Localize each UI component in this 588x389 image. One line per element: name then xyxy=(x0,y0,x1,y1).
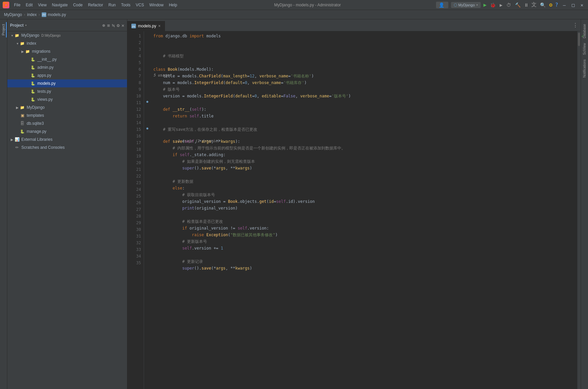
run-button[interactable]: ▶ xyxy=(483,2,487,8)
tree-item-migrations[interactable]: ▶ 📁 migrations xyxy=(7,47,127,55)
tree-item-apps[interactable]: 🐍 apps.py xyxy=(7,71,127,79)
app-logo xyxy=(3,2,9,8)
line-numbers: 1 2 3 4 5 6 7 8 9 10 11 12 13 14 15 16 1… xyxy=(127,31,144,389)
sidebar-notifications[interactable]: Notifications xyxy=(582,57,587,79)
profile-icon: 👤 xyxy=(439,2,444,8)
py-icon: 🐍 xyxy=(30,97,36,102)
window-title: MyDjango - models.py - Administrator xyxy=(274,3,341,7)
tree-item-index[interactable]: ▾ 📁 index xyxy=(7,39,127,47)
code-line-22: else: xyxy=(153,185,577,191)
tree-item-db[interactable]: 🗄 db.sqlite3 xyxy=(7,119,127,127)
warning-button[interactable]: ⚙ xyxy=(549,2,552,8)
tree-locate-icon[interactable]: ⊕ xyxy=(102,23,105,28)
tree-item-label: External Libraries xyxy=(21,137,52,142)
tree-item-models[interactable]: 🐍 models.py xyxy=(7,79,127,87)
profile-run-button[interactable]: ⏱ xyxy=(506,2,512,8)
tree-item-label: models.py xyxy=(37,81,56,86)
menu-navigate[interactable]: Navigate xyxy=(50,2,70,8)
build-button[interactable]: 🔨 xyxy=(514,2,521,8)
breadcrumb-file[interactable]: py models.py xyxy=(42,12,66,17)
expand-arrow: ▶ xyxy=(10,138,14,141)
tree-item-scratches[interactable]: ✏ Scratches and Consoles xyxy=(7,143,127,151)
window-controls: — □ ✕ xyxy=(561,2,585,8)
tree-item-init[interactable]: 🐍 __init__.py xyxy=(7,55,127,63)
menu-code[interactable]: Code xyxy=(71,2,85,8)
close-button[interactable]: ✕ xyxy=(579,2,585,8)
scrollbar-thumb[interactable] xyxy=(578,33,580,46)
tree-item-admin[interactable]: 🐍 admin.py xyxy=(7,63,127,71)
breadcrumb-index[interactable]: index xyxy=(27,12,37,17)
tree-collapse-icon[interactable]: ≡ xyxy=(107,23,110,28)
minimize-button[interactable]: — xyxy=(561,2,568,8)
debug-button[interactable]: 🐞 xyxy=(489,2,496,8)
menu-file[interactable]: File xyxy=(12,2,22,8)
folder-icon: 📁 xyxy=(25,49,31,54)
code-line-1: from django.db import models xyxy=(153,33,577,39)
scratches-icon: ✏ xyxy=(14,145,20,150)
sidebar-sciview[interactable]: SciView xyxy=(582,41,587,57)
folder-icon: 📁 xyxy=(14,33,20,38)
expand-arrow: ▾ xyxy=(10,34,14,37)
root-path: D:\MyDjango xyxy=(41,34,61,37)
menu-tools[interactable]: Tools xyxy=(119,2,132,8)
project-dropdown-icon: ▾ xyxy=(476,3,478,7)
tree-close-icon[interactable]: ✕ xyxy=(122,23,124,28)
tree-item-tests[interactable]: 🐍 tests.py xyxy=(7,87,127,95)
project-name: MyDjango xyxy=(458,3,475,7)
profile-btn[interactable]: 👤 xyxy=(436,2,448,8)
scrollbar[interactable]: ✓ xyxy=(577,31,581,389)
tree-item-label: MyDjango xyxy=(27,105,45,110)
tree-item-label: index xyxy=(27,41,36,46)
py-icon: 🐍 xyxy=(30,65,36,70)
tree-item-label: views.py xyxy=(37,97,53,102)
tree-item-root[interactable]: ▾ 📁 MyDjango D:\MyDjango xyxy=(7,31,127,39)
code-line-26 xyxy=(153,212,577,218)
tab-more-button[interactable]: ⋮ xyxy=(570,22,581,28)
code-content[interactable]: from django.db import models # 书籍模型 5 us… xyxy=(151,31,577,389)
tree-item-label: MyDjango xyxy=(21,33,39,38)
tree-item-extlibs[interactable]: ▶ 📊 External Libraries xyxy=(7,135,127,143)
tab-models-py[interactable]: py models.py × xyxy=(127,21,165,31)
search-button[interactable]: 🔍 xyxy=(539,2,546,8)
translate-icon[interactable]: 文 xyxy=(531,1,537,8)
expand-arrow: ▾ xyxy=(15,42,19,45)
menu-window[interactable]: Window xyxy=(147,2,166,8)
maximize-button[interactable]: □ xyxy=(570,2,576,8)
tree-title-arrow: ▾ xyxy=(25,23,27,27)
tree-item-manage[interactable]: 🐍 manage.py xyxy=(7,127,127,135)
expand-arrow: ▶ xyxy=(15,106,19,109)
menu-vcs[interactable]: VCS xyxy=(134,2,146,8)
code-line-29: raise Exception("数据已被其他事务修改") xyxy=(153,232,577,238)
code-line-19: super().save(*args, **kwargs) xyxy=(153,165,577,171)
help-button[interactable]: ? xyxy=(555,2,558,8)
gutter: ● ● xyxy=(144,31,151,389)
project-icon: ⬡ xyxy=(454,3,457,7)
py-icon: 🐍 xyxy=(30,57,36,62)
usages-label: 5 usages xyxy=(153,73,577,78)
tab-close-button[interactable]: × xyxy=(158,24,161,28)
tree-settings-icon[interactable]: ⚙ xyxy=(117,23,119,28)
menu-run[interactable]: Run xyxy=(106,2,118,8)
tree-item-templates[interactable]: ▣ templates xyxy=(7,111,127,119)
sidebar-database[interactable]: Database xyxy=(582,22,587,40)
menu-edit[interactable]: Edit xyxy=(24,2,35,8)
breadcrumb-project[interactable]: MyDjango xyxy=(4,12,22,17)
menu-view[interactable]: View xyxy=(36,2,49,8)
py-icon: 🐍 xyxy=(30,89,36,94)
project-btn[interactable]: ⬡ MyDjango ▾ xyxy=(451,2,481,8)
project-tab[interactable]: Project xyxy=(1,22,7,37)
folder-icon: 📁 xyxy=(19,41,25,46)
coverage-button[interactable]: ▶ xyxy=(499,2,503,8)
stop-button[interactable]: ⏸ xyxy=(524,2,529,8)
code-line-16: # 内部属性，用于指示当前的模型实例是否是一个新创建的实例，即是否正在被添加到数… xyxy=(153,145,577,151)
code-line-17: if self._state.adding: xyxy=(153,151,577,158)
tree-header-icons: ⊕ ≡ ≒ ⚙ ✕ xyxy=(102,23,124,28)
menu-refactor[interactable]: Refactor xyxy=(86,2,105,8)
code-line-24: original_version = Book.objects.get(id=s… xyxy=(153,198,577,205)
tree-item-mydj2[interactable]: ▶ 📁 MyDjango xyxy=(7,103,127,111)
tree-item-views[interactable]: 🐍 views.py xyxy=(7,95,127,103)
side-panel-tabs: Project xyxy=(0,19,7,389)
tree-expand-icon[interactable]: ≒ xyxy=(112,23,115,28)
code-line-33: # 更新记录 xyxy=(153,258,577,265)
menu-help[interactable]: Help xyxy=(167,2,179,8)
